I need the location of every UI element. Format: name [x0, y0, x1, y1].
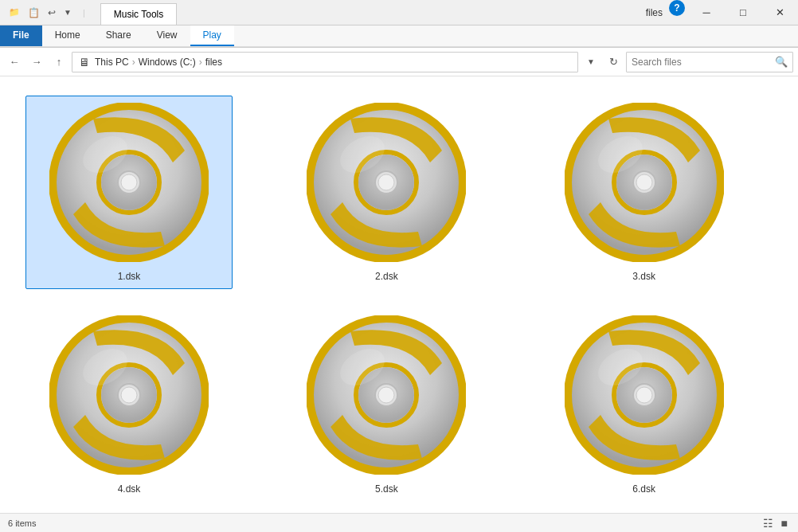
- title-bar: 📁 📋 ↩ ▼ | Music Tools files ? ─ □ ✕: [0, 0, 798, 25]
- close-button[interactable]: ✕: [761, 0, 798, 25]
- window-controls: ─ □ ✕: [688, 0, 798, 25]
- disc-icon: [307, 103, 466, 264]
- file-label: 2.dsk: [375, 271, 398, 282]
- ribbon-tab-view[interactable]: View: [144, 25, 190, 46]
- address-bar[interactable]: 🖥 This PC › Windows (C:) › files: [72, 52, 578, 72]
- maximize-button[interactable]: □: [725, 0, 761, 25]
- disc-icon: [565, 315, 724, 477]
- file-item[interactable]: 3.dsk: [541, 96, 748, 289]
- svg-point-5: [121, 174, 137, 190]
- svg-point-40: [636, 387, 652, 403]
- ribbon-tab-share[interactable]: Share: [93, 25, 144, 46]
- qa-dropdown-icon[interactable]: ▼: [61, 6, 74, 18]
- music-tools-tab[interactable]: Music Tools: [100, 3, 177, 25]
- breadcrumb-icon: 🖥: [79, 56, 90, 68]
- svg-point-19: [636, 174, 652, 190]
- search-input[interactable]: [632, 57, 775, 68]
- file-item[interactable]: 5.dsk: [283, 308, 490, 502]
- ribbon-tab-home[interactable]: Home: [42, 25, 93, 46]
- file-item[interactable]: 4.dsk: [25, 308, 233, 502]
- ribbon-tabs: File Home Share View Play: [0, 25, 798, 47]
- quick-access: 📁 📋 ↩ ▼ |: [0, 0, 97, 25]
- item-count: 6 items: [8, 518, 36, 528]
- qa-copy-icon[interactable]: 📋: [25, 6, 42, 20]
- details-view-button[interactable]: ☷: [761, 515, 776, 531]
- file-grid: 1.dsk 2.dsk: [19, 89, 779, 508]
- up-button[interactable]: ↑: [49, 53, 68, 72]
- separator: |: [80, 6, 88, 19]
- help-button[interactable]: ?: [669, 0, 685, 16]
- file-item[interactable]: 2.dsk: [283, 96, 490, 289]
- nav-bar: ← → ↑ 🖥 This PC › Windows (C:) › files ▼…: [0, 48, 798, 76]
- file-item[interactable]: 6.dsk: [541, 308, 748, 502]
- main-area: 1.dsk 2.dsk: [0, 76, 798, 513]
- breadcrumb-sep-1: ›: [132, 57, 135, 68]
- view-controls: ☷ ■: [761, 515, 790, 531]
- window-title: files: [640, 0, 669, 25]
- breadcrumb-sep-2: ›: [199, 57, 202, 68]
- search-icon: 🔍: [775, 56, 788, 68]
- address-dropdown-button[interactable]: ▼: [581, 53, 600, 72]
- qa-undo-icon[interactable]: ↩: [45, 6, 58, 20]
- breadcrumb-files[interactable]: files: [205, 57, 222, 68]
- folder-icon[interactable]: 📁: [6, 6, 22, 19]
- breadcrumb-windows[interactable]: Windows (C:): [139, 57, 196, 68]
- large-icons-view-button[interactable]: ■: [779, 515, 790, 531]
- svg-point-12: [378, 174, 394, 190]
- ribbon-tab-file[interactable]: File: [0, 25, 42, 46]
- ribbon-tab-play[interactable]: Play: [190, 25, 234, 46]
- status-bar: 6 items ☷ ■: [0, 513, 798, 532]
- svg-point-26: [121, 387, 137, 403]
- file-label: 3.dsk: [632, 271, 655, 282]
- disc-icon: [49, 315, 209, 477]
- disc-icon: [49, 103, 209, 264]
- file-label: 5.dsk: [375, 483, 398, 495]
- file-label: 1.dsk: [118, 271, 141, 282]
- breadcrumb-thispc[interactable]: This PC: [95, 57, 129, 68]
- disc-icon: [307, 315, 466, 477]
- search-box[interactable]: 🔍: [626, 52, 793, 72]
- ribbon: File Home Share View Play: [0, 25, 798, 48]
- file-item[interactable]: 1.dsk: [25, 96, 233, 289]
- disc-icon: [565, 103, 724, 264]
- file-label: 6.dsk: [632, 483, 655, 495]
- title-tabs: Music Tools: [97, 0, 640, 25]
- refresh-button[interactable]: ↻: [604, 53, 623, 72]
- file-area: 1.dsk 2.dsk: [0, 76, 798, 513]
- back-button[interactable]: ←: [5, 53, 24, 72]
- file-label: 4.dsk: [118, 483, 141, 495]
- svg-point-33: [378, 387, 394, 403]
- minimize-button[interactable]: ─: [688, 0, 725, 25]
- forward-button[interactable]: →: [27, 53, 46, 72]
